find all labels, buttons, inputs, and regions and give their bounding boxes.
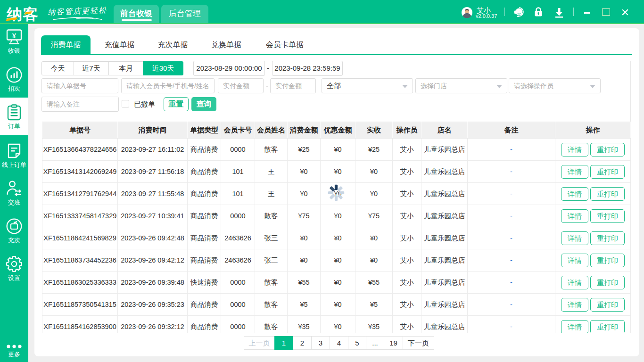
svg-text:¥: ¥ bbox=[12, 32, 17, 40]
